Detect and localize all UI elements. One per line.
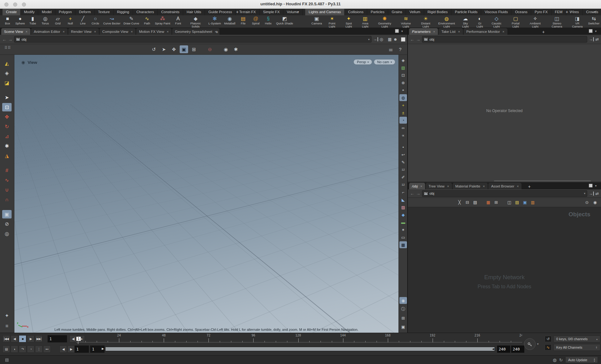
pane-tab[interactable]: Take List×	[439, 28, 463, 35]
panes-icon[interactable]: ◫	[506, 199, 513, 206]
shelf-tool-button[interactable]: ▤File	[237, 15, 249, 25]
close-tab-icon[interactable]: ×	[420, 184, 422, 188]
toolbox-icon[interactable]: ▥	[529, 199, 536, 206]
pin-icon[interactable]: →	[373, 37, 378, 41]
shelf-tool-button[interactable]: AFont	[172, 15, 184, 25]
shelf-tool-button[interactable]: ●Sphere	[14, 15, 27, 25]
shelf-tool-button[interactable]: ✧Ambient Light	[525, 15, 546, 28]
shelf-tab[interactable]: Particle Fluids	[451, 9, 481, 15]
snap-options[interactable]: ∩	[2, 195, 12, 204]
display-info[interactable]: ⓘ	[399, 306, 407, 313]
pane-splitter[interactable]	[407, 28, 408, 333]
pane-tab[interactable]: Composite View×	[100, 28, 136, 35]
nav-back-icon[interactable]: ←	[2, 37, 7, 42]
stereo-pick[interactable]: ∝	[399, 132, 407, 139]
close-tab-icon[interactable]: ×	[483, 184, 485, 188]
shelf-tool-button[interactable]: @Spiral	[249, 15, 262, 25]
maximize-pane-icon[interactable]	[395, 29, 399, 33]
pane-tab[interactable]: Tree View×	[426, 183, 452, 189]
display-options[interactable]: ≡	[2, 322, 12, 330]
stereo-view[interactable]: ∞	[399, 124, 407, 131]
pane-menu-icon[interactable]: ▾	[595, 184, 597, 187]
close-tab-icon[interactable]: ×	[94, 30, 96, 33]
shelf-tab[interactable]: Crowds	[583, 9, 601, 15]
list-icon[interactable]: ▤	[472, 199, 479, 206]
normal-lighting[interactable]: ◍	[399, 94, 407, 101]
shelf-tab[interactable]: Simple FX	[259, 9, 283, 15]
snap-curve[interactable]: ∿	[2, 176, 12, 184]
pane-tab[interactable]: Performance Monitor×	[464, 28, 507, 35]
display-prim-numbers[interactable]: 12	[399, 181, 407, 188]
nav-forward-icon[interactable]: →	[416, 191, 420, 196]
rotate-tool[interactable]: ↻	[2, 122, 12, 131]
persp-view-button[interactable]: Persp▾	[353, 59, 372, 65]
shelf-tool-button[interactable]: ◩Quick Shade	[275, 15, 295, 25]
shelf-tool-button[interactable]: ◆Platonic Solids	[184, 15, 207, 28]
pane-tab[interactable]: Render View×	[68, 28, 99, 35]
snap-point[interactable]: ∪	[2, 186, 12, 194]
shelf-tool-button[interactable]: ╱Line	[77, 15, 89, 25]
shelf-tool-button[interactable]: ⁂Spray Paint	[153, 15, 172, 25]
display-points[interactable]: •	[399, 144, 407, 151]
shelf-tab[interactable]: Hair Utils	[183, 9, 205, 15]
shelf-tool-button[interactable]: ≋Volume Light	[396, 15, 416, 28]
link-icon[interactable]: ⇄	[595, 37, 599, 41]
close-tab-icon[interactable]: ×	[458, 30, 460, 33]
close-tab-icon[interactable]: ×	[26, 30, 28, 33]
link-icon[interactable]: ⇄	[595, 192, 599, 196]
shelf-tool-button[interactable]: ○Circle	[89, 15, 102, 25]
transform-tool[interactable]: ✥	[170, 45, 178, 53]
path-dropdown-icon[interactable]: ▾	[368, 38, 370, 41]
shelf-tool-button[interactable]: ◉Metaball	[223, 15, 237, 25]
display-particles[interactable]: ✶	[399, 226, 407, 233]
pane-tab[interactable]: Motion FX View×	[136, 28, 172, 35]
shelf-right-overflow-icon[interactable]: ▾	[594, 10, 596, 13]
path-dropdown-icon[interactable]: ▾	[584, 192, 586, 195]
tick-display[interactable]: ⋮	[35, 346, 43, 353]
pane-tab[interactable]: Parameters×	[409, 28, 438, 35]
display-profiles[interactable]: ◣	[399, 196, 407, 203]
view-camera-icon[interactable]: ◉	[21, 60, 25, 65]
display-prim-normals[interactable]: ✐	[399, 174, 407, 181]
channels-cycle-icon[interactable]: ↺	[545, 336, 552, 342]
cook-mode-icon[interactable]: ◍	[553, 357, 557, 362]
display-instances[interactable]: ▬	[399, 219, 407, 226]
shelf-tool-button[interactable]: ▥Area Light	[357, 15, 373, 28]
audio-options[interactable]: ◖	[11, 346, 18, 353]
channel-wave-icon[interactable]: ∿	[545, 344, 552, 351]
pane-menu-icon[interactable]: ▾	[595, 29, 597, 33]
nav-back-icon[interactable]: ←	[410, 37, 414, 42]
shelf-tool-button[interactable]: §Helix	[262, 15, 275, 25]
viewport-settings[interactable]: ✱	[232, 45, 240, 53]
viewport-3d[interactable]: ◉ View Persp▾ No cam▾ x z Left mouse tum…	[14, 55, 398, 333]
shelf-tab[interactable]: Particles	[367, 9, 388, 15]
network-canvas[interactable]: Objects Empty Network Press Tab to Add N…	[408, 207, 601, 333]
display-hulls[interactable]: ⌐	[399, 189, 407, 196]
select-tool[interactable]: ➤	[2, 93, 12, 102]
search-icon[interactable]: ⊙	[583, 199, 590, 206]
palette-icon[interactable]: ▦	[485, 199, 492, 206]
range-start-field[interactable]: 1	[74, 346, 89, 353]
shelf-tab[interactable]: Viscous Fluids	[481, 9, 511, 15]
shelf-tab[interactable]: Texture	[95, 9, 114, 15]
play[interactable]: ▶	[27, 335, 34, 342]
help-icon[interactable]: ?	[396, 45, 404, 53]
radial-menu-icon[interactable]: ◎	[380, 37, 383, 41]
handles-tool[interactable]: ◮	[2, 151, 12, 160]
shelf-tool-button[interactable]: +Null	[64, 15, 77, 25]
move-tool[interactable]: ✥	[2, 113, 12, 121]
flipbook[interactable]: ◉	[222, 45, 230, 53]
shelf-left-overflow-icon[interactable]: ▾	[297, 10, 299, 13]
parameters-path-combo[interactable]: obj	[422, 36, 587, 43]
view-tool[interactable]: ↺	[150, 45, 158, 53]
realtime-toggle[interactable]: ◔	[27, 346, 34, 353]
viewport-layout[interactable]: ⊞	[399, 315, 407, 321]
display-point-numbers[interactable]: 12	[399, 166, 407, 173]
display-point-normals[interactable]: ✎	[399, 159, 407, 166]
pane-tab[interactable]: Geometry Spreadsheet×	[172, 28, 219, 35]
keys-info-field[interactable]: 0 keys, 0/0 channels ▴	[553, 336, 600, 342]
shelf-tab[interactable]: Grains	[388, 9, 406, 15]
close-tab-icon[interactable]: ×	[502, 30, 504, 33]
view-menu[interactable]: ◈	[399, 57, 407, 64]
key-dropdown-icon[interactable]: ▾	[537, 342, 539, 346]
